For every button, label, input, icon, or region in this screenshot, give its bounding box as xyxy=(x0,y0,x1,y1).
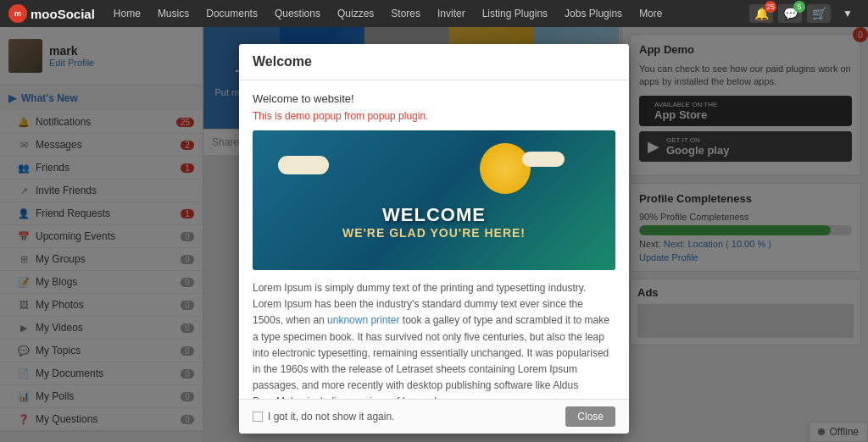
nav-item-home[interactable]: Home xyxy=(107,0,147,27)
modal-close-button[interactable]: Close xyxy=(565,406,615,427)
dont-show-label: I got it, do not show it again. xyxy=(268,411,394,423)
nav-item-listing[interactable]: Listing Plugins xyxy=(476,0,554,27)
nav-item-questions[interactable]: Questions xyxy=(268,0,327,27)
messages-count: 5 xyxy=(793,1,805,13)
more-button[interactable]: ▼ xyxy=(836,0,860,27)
modal-lorem-text: Lorem Ipsum is simply dummy text of the … xyxy=(253,280,615,399)
dont-show-wrap: I got it, do not show it again. xyxy=(253,411,394,423)
nav-item-inviter[interactable]: Inviter xyxy=(431,0,472,27)
nav-item-musics[interactable]: Musics xyxy=(151,0,196,27)
main-layout: mark Edit Profile ▶ What's New 🔔 Notific… xyxy=(0,27,868,442)
cloud-right xyxy=(522,152,565,167)
modal-banner: WELCOME WE'RE GLAD YOU'RE HERE! xyxy=(253,130,615,270)
nav-item-jobs[interactable]: Jobs Plugins xyxy=(558,0,629,27)
modal-demo-text: This is demo popup from popup plugin. xyxy=(253,110,615,122)
notifications-count: 25 xyxy=(765,1,776,13)
modal-banner-text2: WE'RE GLAD YOU'RE HERE! xyxy=(342,226,526,240)
sun-decoration xyxy=(480,143,531,194)
modal-welcome-text: Welcome to website! xyxy=(253,92,615,105)
nav-logo[interactable]: m mooSocial xyxy=(8,4,95,23)
messages-badge[interactable]: 💬 5 xyxy=(778,4,802,23)
nav-item-more[interactable]: More xyxy=(632,0,669,27)
nav-item-stores[interactable]: Stores xyxy=(384,0,427,27)
modal-footer: I got it, do not show it again. Close xyxy=(239,399,629,434)
modal-banner-text1: WELCOME xyxy=(382,204,486,226)
logo-text: mooSocial xyxy=(31,7,95,21)
logo-icon: m xyxy=(8,4,27,23)
modal-overlay: Welcome Welcome to website! This is demo… xyxy=(0,27,868,442)
cloud-left xyxy=(278,156,329,174)
notifications-badge[interactable]: 🔔 25 xyxy=(749,4,773,23)
welcome-modal: Welcome Welcome to website! This is demo… xyxy=(239,44,629,434)
top-nav: m mooSocial Home Musics Documents Questi… xyxy=(0,0,868,27)
lorem-link[interactable]: unknown printer xyxy=(327,314,399,326)
nav-item-documents[interactable]: Documents xyxy=(199,0,264,27)
modal-body: Welcome to website! This is demo popup f… xyxy=(239,80,629,399)
modal-header: Welcome xyxy=(239,44,629,80)
cart-badge[interactable]: 🛒 xyxy=(807,4,831,23)
dont-show-checkbox[interactable] xyxy=(253,412,263,422)
nav-item-quizzes[interactable]: Quizzes xyxy=(331,0,381,27)
modal-title: Welcome xyxy=(253,54,312,69)
